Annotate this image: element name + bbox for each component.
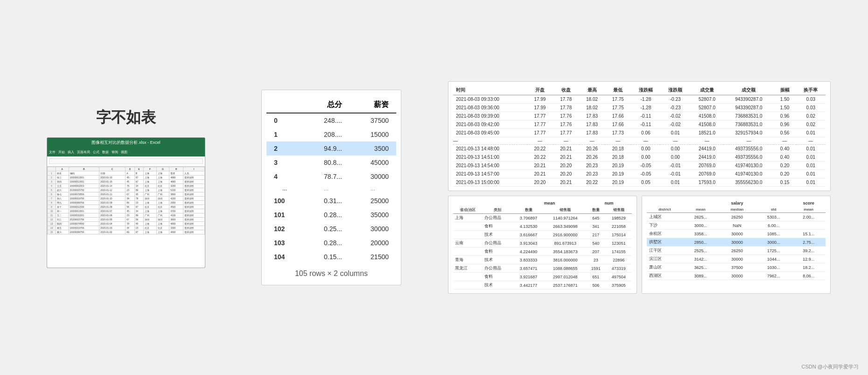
excel-cell: 上海 bbox=[156, 221, 169, 226]
stock-cell: 20.23 bbox=[579, 170, 605, 178]
salary-cell: 3000... bbox=[756, 238, 792, 247]
excel-cell: 孙八 bbox=[56, 196, 69, 200]
salary-cell: 江干区 bbox=[647, 247, 683, 255]
menu-file[interactable]: 文件 bbox=[49, 150, 56, 155]
salary-cell: 3000... bbox=[683, 221, 719, 230]
menu-formula[interactable]: 公式 bbox=[93, 150, 99, 155]
table-row: ......... bbox=[266, 184, 396, 194]
excel-toolbar bbox=[47, 156, 205, 167]
df-cell-score: 248.... bbox=[303, 113, 350, 127]
df-cell-index: 100 bbox=[266, 194, 303, 208]
df-col-score: 总分 bbox=[303, 97, 350, 113]
excel-cell: 北京 bbox=[156, 226, 169, 230]
stock-cell: 20769.0 bbox=[690, 162, 724, 170]
table-row: 6钱七100000795562020-01-116745广州广州3800需求说明 bbox=[48, 192, 205, 196]
left-section: 字不如表 图像相互对比的数据分析.xlsx - Excel 文件 开始 插入 页… bbox=[37, 107, 215, 268]
stock-cell: 2021-08-03 09:33:00 bbox=[453, 95, 527, 104]
excel-cell: 10000012001 bbox=[69, 209, 99, 213]
stock-cell: 2021-08-03 09:42:00 bbox=[453, 120, 527, 129]
salary-cell bbox=[791, 221, 826, 230]
table-row: 技术3.6166672916.900000217175014 bbox=[453, 231, 632, 239]
excel-cell: 67 bbox=[134, 205, 143, 209]
excel-cell: 5 bbox=[48, 188, 56, 192]
excel-cell: 10000012001 bbox=[69, 179, 99, 184]
stock-cell: 24419.0 bbox=[690, 145, 724, 153]
excel-cell: 2020-01-12 bbox=[99, 188, 126, 192]
table-row: 余杭区3358...300001085...15.1... bbox=[647, 230, 826, 238]
table-row: 7孙八100000197562020-01-103478深圳深圳4200需求说明 bbox=[48, 196, 205, 200]
excel-cell: 20200015756 bbox=[69, 217, 99, 221]
salary-body: 上城区2625...262505303...2.00...下沙3000...Na… bbox=[647, 213, 826, 280]
salary-cell: 2.00... bbox=[791, 213, 826, 221]
salary-cell: 18.2... bbox=[791, 263, 826, 272]
pivot-sub-province: 省/自治区 bbox=[453, 206, 483, 214]
table-row: 上海办公用品3.7068971140.971264645198529 bbox=[453, 214, 632, 222]
col-g: G bbox=[156, 167, 169, 171]
table-row: 下沙3000...NaN6.00... bbox=[647, 221, 826, 230]
pivot-cell: 22896 bbox=[606, 256, 632, 264]
excel-cell: 需求说明 bbox=[183, 209, 204, 213]
menu-home[interactable]: 开始 bbox=[58, 150, 65, 155]
stock-cell: 0.40 bbox=[773, 145, 796, 153]
stock-cell: 17.73 bbox=[605, 129, 631, 137]
table-row: 13陈四100000795562020-01-047845上海上海4800需求说… bbox=[48, 221, 205, 226]
salary-sub-std: std bbox=[756, 206, 792, 213]
excel-cell: 34 bbox=[126, 196, 134, 200]
table-row: 萧山区3625...375001030...18.2... bbox=[647, 263, 826, 272]
salary-cell: 37500 bbox=[719, 263, 756, 272]
excel-cell: 上海 bbox=[144, 175, 157, 179]
excel-cell: 郑一 bbox=[56, 209, 69, 213]
stock-cell: -0.02 bbox=[660, 112, 690, 120]
col-f: F bbox=[144, 167, 157, 171]
pivot-cell: 1591 bbox=[586, 264, 606, 273]
df-table-container: 总分 薪资 0248....375001208....15000294.9...… bbox=[261, 90, 401, 285]
excel-cell: 89 bbox=[134, 213, 143, 217]
excel-cell: 45 bbox=[126, 209, 134, 213]
excel-cell: 89 bbox=[126, 200, 134, 205]
table-row: 1姓名编码日期AB上海上海需求人员 bbox=[48, 171, 205, 175]
menu-review[interactable]: 审阅 bbox=[112, 150, 118, 155]
menu-pagelayout[interactable]: 页面布局 bbox=[77, 150, 90, 155]
stock-cell: 0.06 bbox=[631, 129, 660, 137]
stock-cell: 0.96 bbox=[773, 120, 796, 129]
table-row: 食料4.2244903554.183673207174155 bbox=[453, 248, 632, 256]
stock-cell: — bbox=[690, 137, 724, 145]
excel-cell: 吴十 bbox=[56, 205, 69, 209]
page-title: 字不如表 bbox=[96, 107, 156, 128]
salary-cell: 7962... bbox=[756, 272, 792, 280]
excel-cell: 45 bbox=[126, 175, 134, 179]
salary-cell: 15.1... bbox=[791, 230, 826, 238]
stock-cell: 20.21 bbox=[553, 153, 579, 162]
menu-view[interactable]: 视图 bbox=[121, 150, 127, 155]
menu-insert[interactable]: 插入 bbox=[68, 150, 74, 155]
excel-cell: 上海 bbox=[156, 209, 169, 213]
excel-cell: 北京 bbox=[156, 184, 169, 188]
df-body: 0248....375001208....15000294.9...350038… bbox=[266, 113, 396, 264]
df-cell-score: 94.9... bbox=[303, 142, 350, 156]
stock-cell: — bbox=[631, 137, 660, 145]
stock-cell: 17.83 bbox=[579, 112, 605, 120]
excel-cell: 需求说明 bbox=[183, 196, 204, 200]
excel-cell: 2020-01-06 bbox=[99, 213, 126, 217]
stock-col-changepct: 涨跌幅 bbox=[631, 85, 660, 95]
stock-cell: -0.11 bbox=[631, 120, 660, 129]
pivot-cell: 2537.176871 bbox=[544, 281, 586, 290]
menu-data[interactable]: 数据 bbox=[102, 150, 109, 155]
stock-cell: 0.20 bbox=[773, 170, 796, 178]
stock-cell: 943390287.0 bbox=[724, 95, 773, 104]
pivot-cell: 497504 bbox=[606, 273, 632, 281]
excel-cell: 23 bbox=[134, 200, 143, 205]
stock-cell: -0.23 bbox=[660, 104, 690, 112]
df-cell-index: 3 bbox=[266, 156, 303, 170]
table-row: 2021-09-13 15:00:0020.2020.2120.2220.190… bbox=[453, 178, 826, 187]
salary-cell: 3358... bbox=[683, 230, 719, 238]
stock-cell: 18.02 bbox=[579, 95, 605, 104]
stock-cell: 2021-08-03 09:36:00 bbox=[453, 104, 527, 112]
excel-cell: 上海 bbox=[144, 179, 157, 184]
salary-col-salary: salary bbox=[683, 200, 792, 206]
excel-cell: 4680 bbox=[169, 175, 183, 179]
pivot-cell: 技术 bbox=[483, 256, 513, 264]
excel-cell: 编码 bbox=[69, 171, 99, 175]
excel-col-header bbox=[48, 167, 56, 171]
stock-cell: 2021-08-03 09:39:00 bbox=[453, 112, 527, 120]
